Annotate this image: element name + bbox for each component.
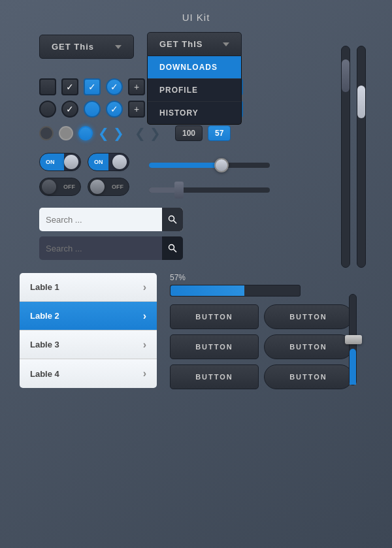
v-slider-knob[interactable]: [345, 335, 362, 344]
dropdown-item-history[interactable]: HISTORY: [148, 102, 241, 124]
h-slider-2-container: [149, 181, 270, 193]
chevron-left-blue[interactable]: ❮: [98, 125, 109, 141]
radio-chevron-row: ❮ ❯ ❮ ❯ 100 57: [39, 125, 353, 141]
dropdown-button-1-label: GET This: [52, 42, 94, 52]
search-button-white[interactable]: [162, 208, 183, 231]
checkbox-round-dark-unchecked[interactable]: [39, 101, 56, 118]
search-icon-white: [168, 215, 177, 224]
button-5[interactable]: BUTTON: [170, 364, 259, 389]
scrollbars-area: [341, 46, 366, 268]
toggle-off-label-2: OFF: [112, 184, 123, 190]
dropdown-item-profile[interactable]: PROFILE: [148, 79, 241, 102]
checkbox-blue-checked[interactable]: ✓: [84, 78, 101, 95]
search-input-white[interactable]: [39, 215, 162, 225]
list-item-2-chevron: ›: [143, 310, 146, 322]
progress-bar-fill: [171, 285, 244, 296]
toggles-column: ON ON OFF OFF: [39, 153, 129, 196]
button-1[interactable]: BUTTON: [170, 304, 259, 329]
list-item-1-label: Lable 1: [30, 282, 59, 292]
toggle-on-gray[interactable]: ON: [88, 153, 129, 171]
chevron-group-dark: ❮ ❯: [135, 125, 161, 141]
list-item-1-chevron: ›: [143, 282, 146, 293]
scrollbar-thumb-2[interactable]: [357, 86, 365, 118]
scrollbar-thumb-1[interactable]: [342, 59, 350, 92]
dropdown-menu: DOWNLOADS PROFILE HISTORY: [147, 56, 242, 125]
search-icon-dark: [168, 244, 177, 253]
page-title: UI Kit: [0, 0, 392, 32]
list-item-4-chevron: ›: [143, 368, 146, 379]
chevron-group-blue: ❮ ❯: [98, 125, 124, 141]
progress-label: 57%: [170, 273, 372, 282]
stepper-plus-dark[interactable]: +: [128, 78, 145, 95]
toggle-on-blue[interactable]: ON: [39, 153, 81, 171]
list-item-4-label: Lable 4: [30, 369, 59, 379]
radio-empty[interactable]: [39, 126, 54, 140]
toggle-knob-1: [64, 155, 78, 169]
svg-line-1: [174, 221, 177, 224]
list-item-4[interactable]: Lable 4 ›: [20, 359, 157, 388]
dropdown-button-1[interactable]: GET This: [39, 35, 134, 59]
toggle-off-label-1: OFF: [63, 184, 75, 190]
toggle-off-dark-1[interactable]: OFF: [39, 178, 81, 196]
h-slider-1-knob[interactable]: [214, 158, 229, 172]
v-slider-fill: [350, 349, 356, 385]
dropdown-section: GET This GET ThIS DOWNLOADS PROFILE HIST…: [0, 32, 392, 72]
search-section: [0, 201, 392, 266]
button-3[interactable]: BUTTON: [170, 334, 259, 359]
toggle-on-label-2: ON: [94, 159, 103, 165]
list-item-3[interactable]: Lable 3 ›: [20, 330, 157, 359]
main-content: UI Kit GET This GET ThIS DOWNLOADS PROFI…: [0, 0, 392, 396]
progress-section: 57%: [170, 273, 372, 297]
search-button-dark[interactable]: [162, 236, 183, 260]
checkbox-round-blue-checked[interactable]: ✓: [106, 101, 123, 118]
svg-point-2: [169, 245, 174, 250]
dropdown-item-downloads[interactable]: DOWNLOADS: [148, 56, 241, 79]
toggles-sliders-row: ON ON OFF OFF: [0, 148, 392, 201]
vertical-slider-area: [349, 294, 357, 385]
h-slider-2-knob[interactable]: [174, 182, 184, 199]
chevron-right-dark[interactable]: ❯: [150, 125, 161, 141]
radio-lit[interactable]: [59, 126, 73, 140]
search-bar-white: [39, 208, 183, 231]
list-item-2[interactable]: Lable 2 ›: [20, 302, 157, 330]
h-slider-2-track: [149, 187, 270, 193]
checkbox-dark-checked[interactable]: ✓: [61, 78, 78, 95]
progress-bar-track: [170, 285, 301, 297]
search-bar-dark: [39, 236, 183, 260]
svg-point-0: [169, 216, 174, 221]
toggle-off-dark-2[interactable]: OFF: [88, 178, 129, 196]
list-section: Lable 1 › Lable 2 › Lable 3 › Lable 4 ›: [20, 273, 157, 388]
dropdown-button-2-label: GET ThIS: [159, 39, 203, 49]
h-slider-1-container: [149, 156, 270, 168]
button-2[interactable]: BUTTON: [264, 304, 353, 329]
toggle-row-on: ON ON: [39, 153, 129, 171]
chevron-right-blue[interactable]: ❯: [113, 125, 124, 141]
list-item-1[interactable]: Lable 1 ›: [20, 273, 157, 302]
dropdown-button-2[interactable]: GET ThIS: [147, 32, 242, 56]
dropdown-open-container: GET ThIS DOWNLOADS PROFILE HISTORY: [147, 32, 242, 56]
right-bottom-column: 57% BUTTON BUTTON BUTTON BUTTON BUTTON B…: [170, 273, 372, 389]
v-slider-track[interactable]: [349, 294, 357, 385]
bottom-section: Lable 1 › Lable 2 › Lable 3 › Lable 4 › …: [0, 266, 392, 396]
checkbox-blue-round-checked[interactable]: ✓: [106, 78, 123, 95]
h-sliders-column: [149, 156, 270, 193]
stepper-plus-dark-2[interactable]: +: [128, 101, 145, 118]
toggle-off-knob-1: [42, 180, 56, 194]
counter-57: 57: [208, 125, 231, 141]
chevron-left-dark[interactable]: ❮: [135, 125, 146, 141]
button-4[interactable]: BUTTON: [264, 334, 353, 359]
search-input-dark[interactable]: [39, 244, 162, 253]
list-item-3-label: Lable 3: [30, 340, 59, 349]
checkbox-dark-unchecked[interactable]: [39, 78, 56, 95]
scrollbar-track-2[interactable]: [357, 46, 366, 268]
checkbox-round-dark-checked[interactable]: ✓: [61, 101, 78, 118]
dropdown-arrow-1: [115, 45, 122, 49]
buttons-section: BUTTON BUTTON BUTTON BUTTON BUTTON BUTTO…: [170, 304, 353, 389]
toggle-row-off: OFF OFF: [39, 178, 129, 196]
list-item-3-chevron: ›: [143, 339, 146, 351]
h-slider-1-fill: [149, 163, 221, 168]
scrollbar-track-1[interactable]: [341, 46, 350, 268]
button-6[interactable]: BUTTON: [264, 364, 353, 389]
checkbox-round-blue-unchecked[interactable]: [84, 101, 101, 118]
radio-blue[interactable]: [78, 126, 93, 140]
